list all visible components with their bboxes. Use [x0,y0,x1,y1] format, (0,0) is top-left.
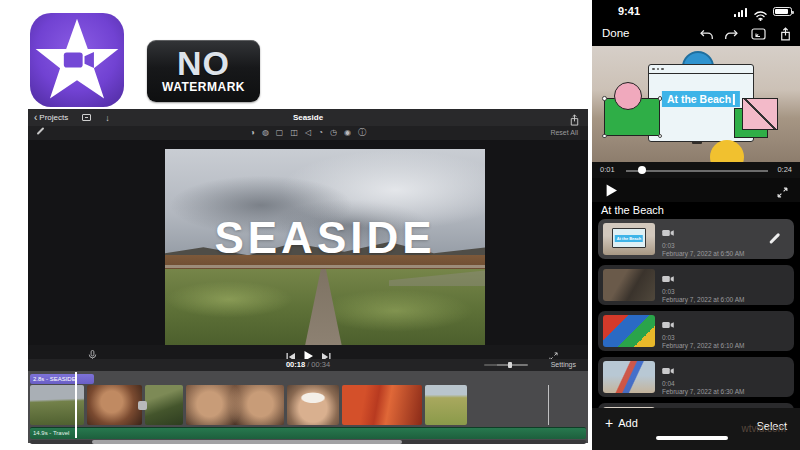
selection-handle[interactable] [602,96,607,101]
timeline-clips [30,385,467,425]
color-balance-icon[interactable]: ◑ [250,126,255,140]
transport-bar [28,345,588,359]
clip-thumbnail [603,315,655,347]
status-time: 9:41 [618,5,640,17]
clip-info: 0:03 February 7, 2022 at 6:10 AM [662,315,744,349]
info-icon[interactable]: ⓘ [358,126,366,140]
volume-icon[interactable]: ◁ [305,126,311,140]
timeline: 2.8s - SEASIDE 14.9s - Travel [28,371,588,443]
color-filter-icon[interactable]: ◍ [262,126,269,140]
phone-play-button[interactable] [606,183,617,201]
reset-all-button[interactable]: Reset All [550,126,578,140]
timecode-total: 00:34 [311,360,330,369]
stabilize-icon[interactable]: ◔ [318,126,323,140]
clip-date: February 7, 2022 at 6:10 AM [662,342,744,349]
speed-icon[interactable]: ◷ [330,126,337,140]
timeline-end-marker [548,385,549,425]
timeline-zoom-slider[interactable] [484,364,528,366]
badge-line2: WATERMARK [162,80,245,94]
clip-date: February 7, 2022 at 6:30 AM [662,388,744,395]
done-button[interactable]: Done [602,27,630,39]
video-frame[interactable]: SEASIDE [165,149,485,345]
playhead[interactable] [75,372,77,438]
scrubber-track[interactable] [626,170,768,172]
screenshot-canvas: NO WATERMARK ‹ Projects ↓ Seaside ◑ ◍ ▢ … [0,0,800,450]
share-icon[interactable] [779,27,792,45]
add-label: Add [618,417,638,429]
title-window-bar [649,65,753,74]
timeline-clip[interactable] [186,385,284,425]
pink-circle-graphic[interactable] [614,82,642,110]
transition-icon[interactable] [138,401,147,410]
clip-row[interactable]: At the Beach 0:03 February 7, 2022 at 6:… [598,219,794,259]
clip-info: 0:03 February 7, 2022 at 6:00 AM [662,269,744,303]
yellow-circle-graphic[interactable] [710,140,744,162]
timecode-current: 00:18 [286,360,305,369]
clip-row[interactable]: 0:04 February 7, 2022 at 6:30 AM [598,357,794,397]
phone-video-preview[interactable]: At the Beach [592,46,800,162]
zoom-slider-handle[interactable] [508,362,512,368]
video-camera-icon [662,275,674,283]
video-title-overlay: SEASIDE [165,213,485,263]
pink-square-graphic[interactable] [742,98,778,130]
timeline-title-clip[interactable]: 2.8s - SEASIDE [30,374,94,384]
settings-button[interactable]: Settings [551,359,576,371]
text-cursor [733,94,735,105]
add-button[interactable]: + Add [605,417,638,429]
imovie-star-icon [30,13,124,107]
adjustment-icons: ◑ ◍ ▢ ◫ ◁ ◔ ◷ ◉ ⓘ [28,126,588,140]
clip-thumbnail [603,361,655,393]
selection-handle[interactable] [658,96,663,101]
timeline-clip[interactable] [145,385,183,425]
clip-date: February 7, 2022 at 6:00 AM [662,296,744,303]
timeline-clip[interactable] [87,385,142,425]
clip-info: 0:03 February 7, 2022 at 6:50 AM [662,223,744,257]
scrubber-handle[interactable] [638,166,646,174]
mini-title-window: At the Beach [612,228,646,248]
crop-icon[interactable]: ▢ [276,126,284,140]
elapsed-time: 0:01 [600,162,615,178]
clip-row[interactable]: 0:03 February 7, 2022 at 6:10 AM [598,311,794,351]
imovie-iphone-panel: 9:41 Done [592,0,800,450]
clip-duration: 0:04 [662,380,744,387]
title-text-overlay[interactable]: At the Beach [662,91,740,107]
flip-icon[interactable]: ◫ [290,126,298,140]
site-watermark: wtvid.com [742,423,786,434]
video-road [165,265,485,268]
total-time: 0:24 [777,162,792,178]
library-section-title: At the Beach [601,204,664,216]
resize-canvas-icon[interactable] [751,27,766,45]
video-camera-icon [662,229,674,237]
timeline-clip[interactable] [287,385,339,425]
selection-handle[interactable] [602,134,607,139]
phone-fullscreen-icon[interactable] [777,184,788,202]
phone-play-bar [592,178,800,202]
video-camera-icon [662,321,674,329]
timecode-bar: 00:18 / 00:34 Settings [28,359,588,371]
battery-icon [773,7,792,16]
scrollbar-thumb[interactable] [92,440,402,444]
redo-icon[interactable] [724,27,738,45]
no-watermark-badge: NO WATERMARK [147,40,260,102]
clip-duration: 0:03 [662,288,744,295]
timeline-scrollbar[interactable] [30,440,586,444]
clip-duration: 0:03 [662,242,744,249]
clip-thumbnail [603,269,655,301]
video-camera-icon [662,367,674,375]
audio-track[interactable]: 14.9s - Travel [30,427,586,439]
selection-handle[interactable] [658,134,663,139]
phone-scrubber: 0:01 0:24 [592,162,800,178]
clip-row[interactable]: 0:03 February 7, 2022 at 6:00 AM [598,265,794,305]
video-viewer: SEASIDE [28,140,588,345]
home-indicator[interactable] [656,436,728,440]
edit-pencil-icon[interactable] [769,233,780,244]
timeline-clip[interactable] [342,385,422,425]
clip-thumbnail: At the Beach [603,223,655,255]
undo-icon[interactable] [700,27,714,45]
timeline-clip[interactable] [425,385,467,425]
imovie-app-icon [30,13,124,107]
desktop-header: ‹ Projects ↓ Seaside [28,109,588,126]
imovie-desktop-window: ‹ Projects ↓ Seaside ◑ ◍ ▢ ◫ ◁ ◔ ◷ ◉ ⓘ [28,109,588,443]
effects-icon[interactable]: ◉ [344,126,351,140]
badge-line1: NO [177,48,230,79]
